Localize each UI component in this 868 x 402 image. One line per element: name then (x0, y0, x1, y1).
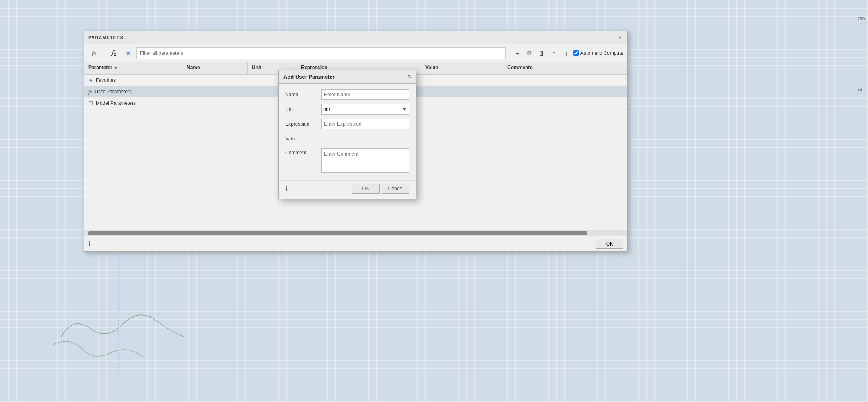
comment-field-row: Comment (285, 148, 409, 173)
unit-label: Unit (285, 106, 318, 112)
value-display (321, 133, 409, 144)
params-scrollbar-thumb (88, 231, 587, 235)
fx-row-icon: fx (88, 88, 92, 95)
copy-icon: ⧉ (527, 50, 532, 57)
expression-label: Expression (285, 121, 318, 127)
dialog-info-icon[interactable]: ℹ (285, 185, 288, 193)
params-toolbar: fx 𝑓x ★ + ⧉ 🗑 ↑ ↓ Automatic (84, 44, 627, 62)
params-bottom-bar: ℹ OK (84, 236, 627, 251)
toolbar-divider (104, 49, 104, 58)
params-window-title: PARAMETERS (88, 35, 124, 40)
export-icon: ↑ (553, 50, 556, 56)
params-scrollbar[interactable] (84, 230, 627, 236)
delete-param-button[interactable]: 🗑 (537, 48, 547, 59)
ruler-value-250: 250 (857, 16, 865, 21)
param-type-button[interactable]: 𝑓x (108, 47, 120, 59)
ruler-value-75: 75 (857, 87, 865, 92)
toolbar-right: + ⧉ 🗑 ↑ ↓ Automatic Compute (512, 48, 623, 59)
add-user-param-dialog: Add User Parameter × Name Unit mm cm m i… (278, 70, 416, 199)
delete-icon: 🗑 (539, 50, 545, 56)
checkbox-row-icon: ☐ (88, 100, 93, 106)
expression-field-row: Expression (285, 119, 409, 129)
sketch-lines (41, 255, 205, 377)
add-param-button[interactable]: + (512, 48, 523, 59)
param-type-icon: 𝑓x (112, 49, 116, 57)
auto-compute-checkbox[interactable] (573, 50, 579, 56)
auto-compute-label[interactable]: Automatic Compute (573, 50, 623, 56)
params-titlebar: PARAMETERS × (84, 31, 627, 44)
user-params-label: User Parameters (94, 89, 132, 95)
col-header-name: Name (182, 62, 248, 74)
favorites-label: Favorites (96, 77, 116, 83)
info-icon[interactable]: ℹ (88, 240, 91, 248)
params-close-button[interactable]: × (617, 34, 623, 41)
copy-param-button[interactable]: ⧉ (524, 48, 535, 59)
value-field-row: Value (285, 133, 409, 144)
col-header-value: Value (421, 62, 503, 74)
col-header-parameter: Parameter ▾ (84, 62, 182, 74)
fx-icon: fx (92, 50, 96, 56)
col-header-comments: Comments (503, 62, 627, 74)
import-icon: ↓ (565, 50, 568, 56)
dialog-cancel-button[interactable]: Cancel (382, 184, 409, 194)
dialog-title: Add User Parameter (283, 74, 335, 80)
chevron-down-icon: ▾ (115, 65, 117, 70)
dialog-close-button[interactable]: × (407, 73, 411, 80)
expression-input[interactable] (321, 119, 409, 129)
name-input[interactable] (321, 89, 409, 100)
dialog-footer-buttons: OK Cancel (352, 184, 409, 194)
unit-field-row: Unit mm cm m in ft deg rad (285, 104, 409, 115)
import-param-button[interactable]: ↓ (561, 48, 572, 59)
dialog-footer: ℹ OK Cancel (279, 180, 416, 199)
fx-button[interactable]: fx (88, 47, 100, 59)
dialog-titlebar: Add User Parameter × (279, 70, 416, 84)
favorites-button[interactable]: ★ (122, 47, 134, 59)
name-label: Name (285, 92, 318, 97)
dialog-body: Name Unit mm cm m in ft deg rad Expressi… (279, 84, 416, 178)
ruler-right: 250 75 (857, 16, 865, 92)
unit-select[interactable]: mm cm m in ft deg rad (321, 104, 409, 115)
params-ok-button[interactable]: OK (596, 239, 623, 249)
filter-input[interactable] (136, 47, 506, 59)
star-icon: ★ (126, 50, 131, 57)
star-icon: ★ (88, 77, 93, 84)
comment-textarea[interactable] (321, 148, 409, 173)
comment-label: Comment (285, 148, 318, 156)
dialog-ok-button[interactable]: OK (352, 184, 379, 194)
name-field-row: Name (285, 89, 409, 100)
value-label: Value (285, 136, 318, 142)
export-param-button[interactable]: ↑ (549, 48, 560, 59)
model-params-label: Model Parameters (96, 100, 136, 106)
auto-compute-text: Automatic Compute (580, 50, 623, 56)
